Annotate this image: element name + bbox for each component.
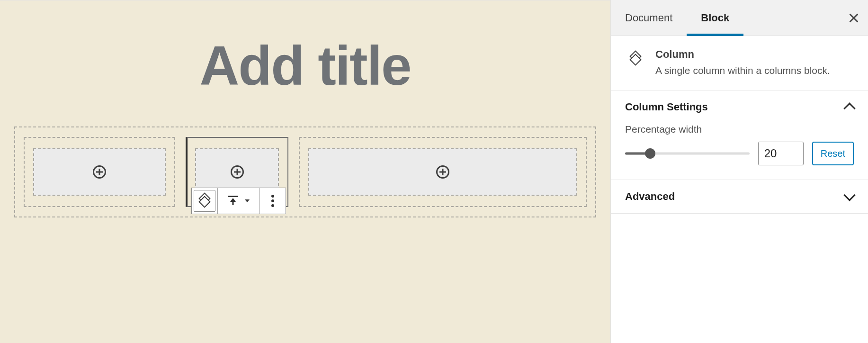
tab-document[interactable]: Document [611,0,687,36]
post-title-input[interactable]: Add title [0,38,610,93]
percentage-width-input[interactable] [758,142,804,165]
panel-advanced-toggle[interactable]: Advanced [611,180,868,213]
block-card: Column A single column within a columns … [611,36,868,90]
panel-advanced-title: Advanced [625,190,675,203]
chevron-up-icon [843,103,855,115]
panel-advanced: Advanced [611,180,868,214]
column-icon [199,196,210,206]
plus-circle-icon [231,165,244,179]
panel-column-settings: Column Settings Percentage width Reset [611,90,868,180]
panel-column-settings-title: Column Settings [625,101,708,113]
post-title-wrap: Add title [0,10,610,112]
column-1[interactable] [24,137,175,207]
block-type-button[interactable] [194,190,215,212]
block-card-description: A single column within a columns block. [655,63,830,78]
block-toolbar [191,188,286,214]
more-options-button[interactable] [260,188,286,214]
percentage-width-slider[interactable] [625,148,750,159]
chevron-down-icon [843,190,855,201]
block-appender[interactable] [308,148,577,196]
percentage-width-control: Reset [625,142,854,165]
plus-circle-icon [436,165,449,179]
panel-column-settings-toggle[interactable]: Column Settings [611,90,868,124]
block-card-title: Column [655,48,830,61]
slider-thumb[interactable] [645,148,655,159]
close-icon [849,13,859,23]
chevron-down-icon [245,199,250,202]
close-sidebar-button[interactable] [844,9,863,27]
column-3[interactable] [299,137,587,207]
column-icon [630,54,641,64]
columns-block[interactable] [14,126,596,217]
settings-sidebar: Document Block Column A single column wi… [610,0,868,343]
reset-button[interactable]: Reset [812,142,854,165]
sidebar-tabs: Document Block [611,0,868,36]
editor-canvas: Add title [0,0,610,343]
vertical-align-top-icon [228,196,238,206]
plus-circle-icon [93,165,106,179]
block-appender[interactable] [33,148,166,196]
vertical-align-button[interactable] [218,188,260,214]
block-card-icon [625,48,646,69]
tab-block[interactable]: Block [687,0,743,36]
dots-vertical-icon [271,195,274,207]
percentage-width-label: Percentage width [625,124,854,135]
